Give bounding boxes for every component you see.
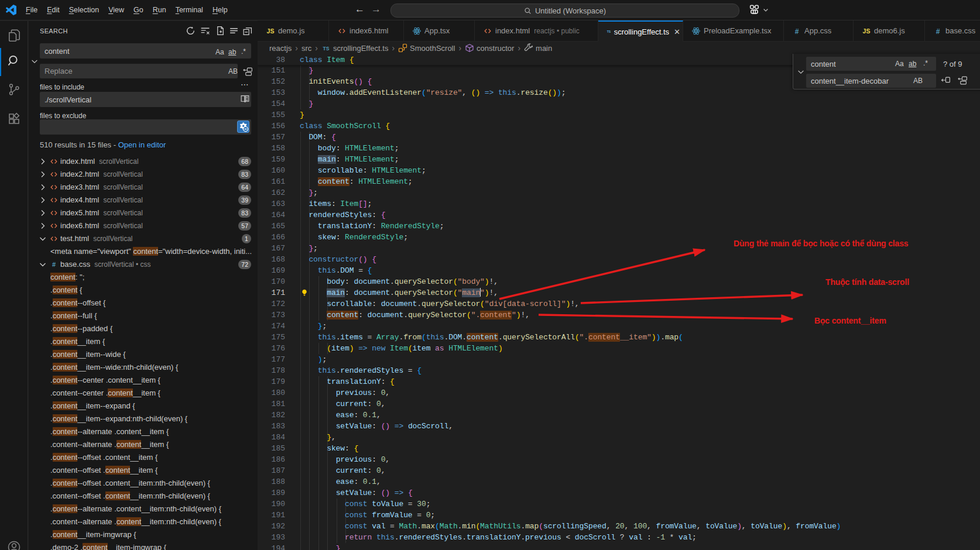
svg-text:TS: TS [323, 46, 330, 51]
svg-text:#: # [52, 261, 56, 268]
svg-text:JS: JS [863, 28, 871, 35]
svg-text:#: # [795, 27, 799, 35]
svg-text:#: # [936, 27, 940, 35]
svg-text:TS: TS [607, 30, 611, 33]
svg-text:JS: JS [267, 28, 275, 35]
